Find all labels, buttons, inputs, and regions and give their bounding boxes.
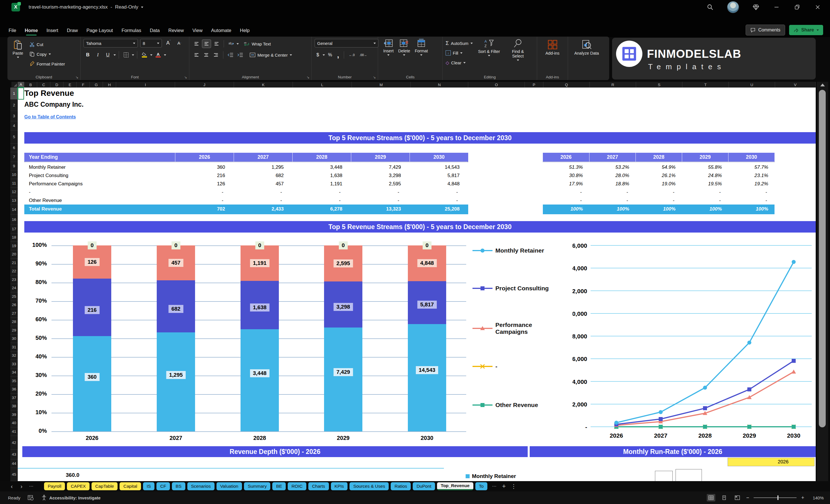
increase-indent-button[interactable] [236, 51, 245, 59]
table-cell-value[interactable]: - [351, 188, 410, 196]
sheet-tab-cf[interactable]: CF [156, 482, 170, 490]
table-header-year[interactable]: 2026 [175, 153, 234, 162]
menu-tab-home[interactable]: Home [25, 28, 38, 35]
table-cell-value[interactable]: - [234, 196, 292, 204]
row-header-16[interactable]: 16 [10, 215, 18, 225]
column-header-G[interactable]: G [90, 82, 103, 88]
row-header-27[interactable]: 27 [10, 309, 18, 318]
bold-button[interactable]: B [84, 51, 92, 59]
table-cell-value[interactable]: 457 [234, 180, 292, 188]
row-header-31[interactable]: 31 [10, 343, 18, 351]
row-header-37[interactable]: 37 [10, 393, 18, 402]
align-left-button[interactable] [192, 51, 201, 59]
align-middle-button[interactable] [202, 39, 211, 48]
table-row-label[interactable]: Other Revenue [24, 196, 175, 204]
table-cell-value[interactable]: 682 [234, 171, 292, 180]
orientation-chevron-icon[interactable] [236, 43, 239, 44]
pct-cell-value[interactable]: - [636, 188, 682, 196]
font-size-select[interactable]: 8 [140, 39, 162, 48]
sheet-tab-valuation[interactable]: Valuation [217, 482, 242, 490]
row-header-44[interactable]: 44 [10, 460, 18, 468]
row-header-32[interactable]: 32 [10, 351, 18, 360]
zoom-level[interactable]: 140% [809, 496, 824, 500]
row-header-41[interactable]: 41 [10, 427, 18, 436]
decrease-decimal-button[interactable]: .00→ [358, 51, 368, 59]
column-header-L[interactable]: L [293, 82, 352, 88]
table-cell-value[interactable]: 1,191 [292, 180, 351, 188]
percent-style-button[interactable]: % [327, 51, 333, 59]
restore-button[interactable] [793, 3, 801, 11]
row-header-6[interactable]: 6 [10, 144, 18, 152]
table-cell-value[interactable]: - [351, 196, 410, 204]
pct-cell-value[interactable]: - [543, 196, 589, 204]
pct-cell-value[interactable]: 26.1% [636, 171, 682, 180]
page-layout-view-button[interactable] [720, 494, 729, 501]
total-cell-value[interactable]: 6,278 [292, 204, 351, 214]
table-cell-value[interactable]: - [292, 188, 351, 196]
clear-button[interactable]: ◇ Clear [446, 59, 473, 66]
row-header-11[interactable]: 11 [10, 179, 18, 188]
column-header-R[interactable]: R [590, 82, 636, 88]
table-row-label[interactable]: Monthly Retainer [24, 163, 175, 171]
table-cell-value[interactable]: - [292, 196, 351, 204]
underline-chevron-icon[interactable] [114, 54, 116, 56]
zoom-slider-thumb[interactable] [777, 496, 778, 500]
menu-tab-review[interactable]: Review [168, 28, 184, 35]
accessibility-status[interactable]: Accessibility: Investigate [41, 495, 100, 501]
row-header-13[interactable]: 13 [10, 196, 18, 205]
total-cell-value[interactable]: 13,323 [351, 204, 410, 214]
close-button[interactable] [814, 3, 822, 11]
sheet-tab-is[interactable]: IS [143, 482, 155, 490]
user-avatar[interactable] [727, 1, 739, 13]
sheet-tab-payroll[interactable]: Payroll [44, 482, 65, 490]
fill-color-chevron-icon[interactable] [150, 54, 153, 56]
pct-cell-value[interactable]: 17.9% [543, 180, 589, 188]
pct-cell-value[interactable]: - [682, 196, 728, 204]
column-header-Q[interactable]: Q [543, 82, 590, 88]
pct-cell-value[interactable]: - [682, 188, 728, 196]
table-cell-value[interactable]: 3,298 [351, 171, 410, 180]
company-name[interactable]: ABC Company Inc. [24, 101, 84, 108]
pct-header-year[interactable]: 2028 [636, 153, 682, 162]
comma-style-button[interactable]: , [335, 51, 341, 59]
decrease-indent-button[interactable] [226, 51, 235, 59]
accounting-chevron-icon[interactable] [323, 54, 325, 56]
column-header-J[interactable]: J [175, 82, 234, 88]
sheet-tab-sources-uses[interactable]: Sources & Uses [350, 482, 389, 490]
row-header-18[interactable]: 18 [10, 233, 18, 242]
pct-cell-value[interactable]: - [636, 196, 682, 204]
borders-chevron-icon[interactable] [132, 54, 134, 56]
select-all-corner[interactable] [11, 82, 18, 88]
row-header-39[interactable]: 39 [10, 410, 18, 419]
sheet-tab-kpis[interactable]: KPIs [331, 482, 348, 490]
sheet-tab-capital[interactable]: Capital [120, 482, 141, 490]
vertical-scrollbar[interactable] [817, 82, 828, 481]
column-header-D[interactable]: D [50, 82, 63, 88]
table-cell-value[interactable]: 14,543 [410, 163, 468, 171]
fill-button[interactable]: ↓ Fill [446, 49, 473, 57]
row-header-33[interactable]: 33 [10, 360, 18, 369]
row-header-26[interactable]: 26 [10, 301, 18, 310]
tabs-menu[interactable]: ⋮ [509, 483, 518, 490]
column-header-V[interactable]: V [775, 82, 816, 88]
row-header-38[interactable]: 38 [10, 402, 18, 411]
pct-cell-value[interactable]: 24.8% [682, 171, 728, 180]
table-cell-value[interactable]: 1,295 [234, 163, 292, 171]
sheet-tab-dupont[interactable]: DuPont [413, 482, 435, 490]
table-cell-value[interactable]: - [410, 196, 468, 204]
sheet-tab-top-revenue[interactable]: Top_Revenue [437, 482, 473, 490]
find-select-button[interactable]: Find & Select [505, 39, 531, 66]
total-cell-value[interactable]: 25,208 [410, 204, 468, 214]
menu-tab-view[interactable]: View [192, 28, 202, 35]
align-bottom-button[interactable] [212, 40, 221, 48]
table-cell-value[interactable]: - [175, 196, 234, 204]
align-right-button[interactable] [212, 51, 220, 59]
total-row-label[interactable]: Total Revenue [24, 204, 175, 214]
row-header-30[interactable]: 30 [10, 335, 18, 343]
new-sheet-button[interactable]: + [499, 482, 509, 490]
pct-cell-value[interactable]: 54.9% [636, 163, 682, 171]
sheet-tab-capex[interactable]: CAPEX [67, 482, 90, 490]
row-header-19[interactable]: 19 [10, 242, 18, 250]
column-header-C[interactable]: C [37, 82, 50, 88]
menu-tab-file[interactable]: File [8, 28, 16, 35]
